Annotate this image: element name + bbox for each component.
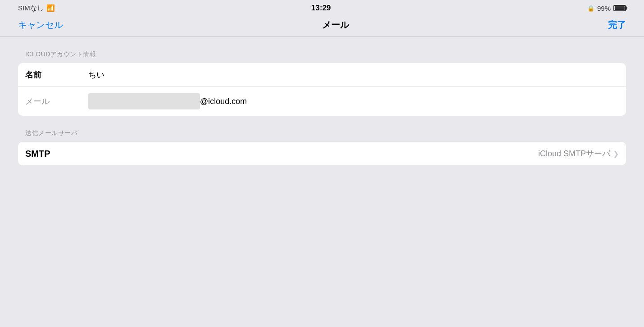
cancel-button[interactable]: キャンセル xyxy=(18,19,63,31)
email-input[interactable] xyxy=(88,93,200,109)
name-row: 名前 ちい xyxy=(18,63,626,86)
nav-bar: キャンセル メール 完了 xyxy=(0,14,644,37)
name-value: ちい xyxy=(88,69,104,80)
battery-icon xyxy=(613,5,626,11)
icloud-section-label: ICLOUDアカウント情報 xyxy=(18,50,626,59)
status-left: SIMなし 📶 xyxy=(18,4,55,13)
status-bar: SIMなし 📶 13:29 🔒 99% xyxy=(0,0,644,14)
name-label: 名前 xyxy=(25,69,88,80)
smtp-section-label: 送信メールサーバ xyxy=(18,129,626,137)
icloud-card: 名前 ちい メール @icloud.com xyxy=(18,63,626,116)
battery-percent: 99% xyxy=(597,5,611,12)
nav-title: メール xyxy=(322,19,349,31)
smtp-value-wrap: iCloud SMTPサーバ ❯ xyxy=(538,148,619,159)
lock-icon: 🔒 xyxy=(587,5,594,12)
status-time: 13:29 xyxy=(311,4,331,13)
email-row: メール @icloud.com xyxy=(18,86,626,116)
sim-label: SIMなし xyxy=(18,4,44,13)
status-right: 🔒 99% xyxy=(587,5,626,12)
smtp-label: SMTP xyxy=(25,149,50,159)
content: ICLOUDアカウント情報 名前 ちい メール @icloud.com 送信メー… xyxy=(0,37,644,192)
smtp-value: iCloud SMTPサーバ xyxy=(538,148,610,159)
smtp-row[interactable]: SMTP iCloud SMTPサーバ ❯ xyxy=(18,142,626,165)
email-label: メール xyxy=(25,96,88,107)
wifi-icon: 📶 xyxy=(46,4,55,12)
chevron-right-icon: ❯ xyxy=(613,150,619,158)
email-suffix: @icloud.com xyxy=(200,97,247,106)
done-button[interactable]: 完了 xyxy=(608,19,626,31)
smtp-card: SMTP iCloud SMTPサーバ ❯ xyxy=(18,142,626,165)
